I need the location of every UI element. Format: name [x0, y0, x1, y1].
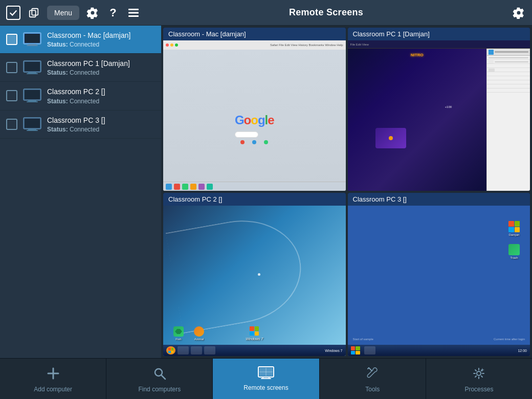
nav-tools-label: Tools — [365, 386, 380, 393]
screen-grid: Classroom - Mac [damjan] Safari File Edi… — [161, 26, 532, 358]
copy-icon — [28, 7, 39, 18]
sidebar-name-pc1: Classroom PC 1 [Damjan] — [47, 59, 155, 68]
svg-line-32 — [369, 368, 372, 371]
nav-remote-screens-label: Remote screens — [243, 384, 288, 391]
svg-line-24 — [162, 375, 165, 379]
sidebar-info-pc3: Classroom PC 3 [] Status: Connected — [47, 116, 155, 133]
sidebar-checkbox-pc2[interactable] — [6, 90, 17, 101]
nav-tools[interactable]: Tools — [320, 359, 426, 399]
sidebar-item-mac[interactable]: Classroom - Mac [damjan] Status: Connect… — [0, 26, 161, 54]
pc2-start-button — [166, 346, 175, 354]
sidebar-checkbox-pc1[interactable] — [6, 62, 17, 73]
help-icon[interactable]: ? — [106, 6, 120, 20]
screen-label-pc1: Classroom PC 1 [Damjan] — [348, 28, 530, 40]
svg-line-33 — [368, 368, 369, 369]
nav-find-computers-label: Find computers — [138, 386, 181, 393]
sidebar-info-pc2: Classroom PC 2 [] Status: Connected — [47, 87, 155, 104]
screen-cell-pc1[interactable]: Classroom PC 1 [Damjan] File Edit View N… — [348, 28, 530, 191]
sidebar-name-pc2: Classroom PC 2 [] — [47, 87, 155, 96]
person-icon-2 — [252, 140, 256, 144]
sidebar-info-mac: Classroom - Mac [damjan] Status: Connect… — [47, 31, 155, 48]
checkmark-icon — [9, 8, 18, 17]
google-logo: Google — [235, 113, 274, 127]
game-score: +100 — [445, 105, 452, 108]
monitor-nav-icon — [258, 366, 274, 382]
pc3-taskbar: 12:00 — [348, 345, 530, 356]
mac-dot-yellow — [170, 43, 173, 47]
pc3-desktop-icons: Damjan Trash — [508, 221, 520, 259]
svg-rect-14 — [25, 90, 40, 99]
search-icon — [152, 366, 167, 383]
pc2-icon-1: Fish — [173, 326, 184, 341]
monitor-icon-pc2 — [23, 88, 42, 103]
game-title-text: NITRO — [411, 53, 424, 57]
list-icon[interactable] — [126, 6, 141, 20]
sidebar-status-mac: Status: Connected — [47, 41, 155, 48]
nav-add-computer[interactable]: Add computer — [0, 359, 106, 399]
pc3-preview-content: Damjan Trash Start of sample Current tim… — [348, 206, 530, 356]
svg-rect-4 — [128, 15, 139, 17]
nav-remote-screens[interactable]: Remote screens — [213, 359, 319, 399]
pc3-taskbar-item-1 — [364, 346, 375, 354]
sidebar-item-pc3[interactable]: Classroom PC 3 [] Status: Connected — [0, 110, 161, 139]
person-icon-3 — [264, 140, 268, 144]
sidebar-item-pc2[interactable]: Classroom PC 2 [] Status: Connected — [0, 82, 161, 110]
windows-version-text: Windows 7 — [246, 337, 263, 341]
select-all-checkbox[interactable] — [6, 6, 20, 20]
screen-cell-pc2[interactable]: Classroom PC 2 [] Fish — [163, 193, 346, 356]
pc2-trail — [166, 211, 309, 334]
dock-item-4 — [190, 184, 196, 190]
sidebar-status-pc2: Status: Connected — [47, 98, 155, 105]
screen-preview-pc2: Fish Animal — [163, 206, 346, 356]
monitor-icon-mac — [23, 32, 42, 47]
screen-cell-pc3[interactable]: Classroom PC 3 [] Damjan — [348, 193, 530, 356]
pc2-taskbar-item-3 — [204, 346, 215, 354]
header-left-controls: Menu ? — [6, 6, 141, 20]
mac-menubar: Safari File Edit View History Bookmarks … — [163, 40, 346, 50]
nav-find-computers[interactable]: Find computers — [106, 359, 212, 399]
person-icon-1 — [240, 140, 245, 144]
nav-processes[interactable]: Processes — [426, 359, 532, 399]
pc3-bottom-right-text: Current time after login — [494, 338, 525, 341]
svg-rect-12 — [27, 73, 38, 74]
screen-label-pc2: Classroom PC 2 [] — [163, 193, 346, 206]
sidebar-checkbox-mac[interactable] — [6, 34, 17, 45]
menu-button[interactable]: Menu — [47, 6, 79, 20]
sidebar-status-pc1: Status: Connected — [47, 69, 155, 76]
pc1-preview-content: File Edit View NITRO +100 — [348, 40, 530, 191]
sidebar-status-pc3: Status: Connected — [47, 126, 155, 133]
screen-cell-mac[interactable]: Classroom - Mac [damjan] Safari File Edi… — [163, 28, 346, 191]
monitor-icon-pc1 — [23, 60, 42, 75]
sidebar: Classroom - Mac [damjan] Status: Connect… — [0, 26, 161, 358]
screen-label-mac: Classroom - Mac [damjan] — [163, 28, 346, 40]
screen-label-pc3: Classroom PC 3 [] — [348, 193, 530, 206]
pc3-windows-icon-1 — [508, 221, 520, 232]
svg-rect-1 — [32, 8, 38, 15]
svg-rect-18 — [25, 119, 40, 128]
sidebar-checkbox-pc3[interactable] — [6, 119, 17, 130]
svg-rect-7 — [28, 44, 36, 45]
pc1-content: NITRO +100 — [348, 49, 530, 191]
sidebar-item-pc1[interactable]: Classroom PC 1 [Damjan] Status: Connecte… — [0, 54, 161, 82]
svg-rect-0 — [30, 10, 36, 17]
svg-rect-11 — [28, 72, 36, 73]
mac-people-icons — [240, 140, 268, 144]
monitor-icon-pc3 — [23, 117, 42, 132]
screen-preview-pc3: Damjan Trash Start of sample Current tim… — [348, 206, 530, 356]
screen-preview-pc1: File Edit View NITRO +100 — [348, 40, 530, 191]
tools-icon — [365, 366, 380, 383]
dock-item-1 — [166, 184, 172, 190]
settings-icon[interactable] — [85, 6, 100, 20]
plus-icon — [46, 366, 61, 383]
pc3-folder-icon — [508, 244, 520, 255]
pc3-bottom-left-text: Start of sample — [353, 338, 373, 341]
mac-dock — [163, 182, 346, 191]
settings-right-icon[interactable] — [512, 6, 526, 20]
pc1-topbar: File Edit View — [348, 40, 530, 49]
game-card-1 — [375, 128, 406, 148]
duplicate-icon[interactable] — [27, 6, 41, 20]
pc2-taskbar-item-2 — [191, 346, 202, 354]
nav-add-computer-label: Add computer — [34, 386, 72, 393]
gear-icon-right — [513, 7, 525, 19]
mac-search-bar — [235, 131, 258, 138]
